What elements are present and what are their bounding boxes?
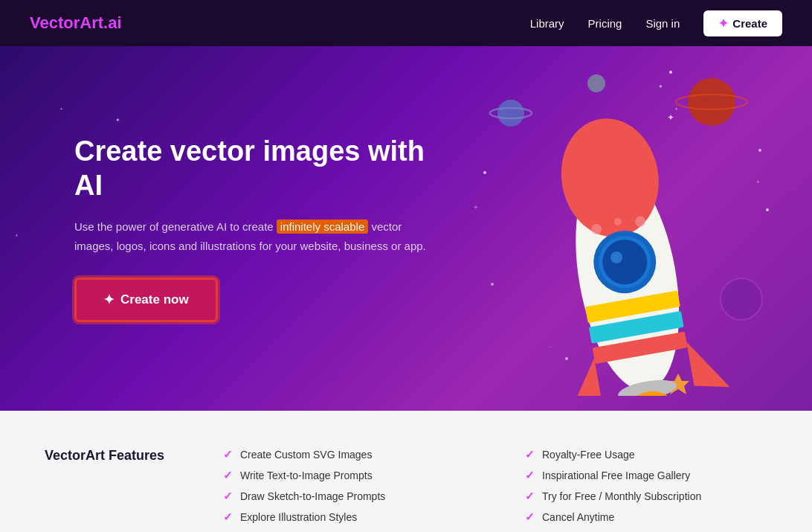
nav-signin[interactable]: Sign in [645, 17, 680, 30]
feature-item: ✓ Cancel Anytime [525, 510, 767, 524]
logo[interactable]: VectorArt.ai [30, 13, 122, 33]
check-icon: ✓ [525, 469, 535, 482]
rocket-illustration: ✦ + + [448, 61, 775, 396]
logo-text: VectorArt [30, 13, 103, 32]
feature-item: ✓ Explore Illustration Styles [223, 510, 465, 524]
nav-library[interactable]: Library [530, 17, 564, 30]
svg-marker-27 [560, 358, 603, 396]
hero-desc-before: Use the power of generative AI to create [74, 220, 277, 233]
svg-point-12 [565, 357, 568, 360]
check-icon: ✓ [223, 469, 233, 482]
sparkle-icon: ✦ [103, 292, 115, 308]
feature-item: ✓ Try for Free / Monthly Subscription [525, 490, 767, 503]
hero-content: Create vector images with AI Use the pow… [74, 135, 431, 322]
check-icon: ✓ [223, 448, 233, 461]
header: VectorArt.ai Library Pricing Sign in ✦ C… [0, 0, 812, 46]
feature-label: Write Text-to-Image Prompts [240, 469, 373, 481]
feature-item: ✓ Create Custom SVG Images [223, 448, 465, 461]
create-now-label: Create now [120, 292, 189, 307]
feature-item: ✓ Inspirational Free Image Gallery [525, 469, 767, 482]
svg-text:+: + [756, 179, 760, 185]
svg-point-0 [497, 100, 524, 126]
feature-label: Explore Illustration Styles [240, 511, 357, 523]
hero-title: Create vector images with AI [74, 135, 431, 202]
svg-text:+: + [474, 203, 478, 211]
svg-marker-28 [686, 336, 729, 393]
hero-description: Use the power of generative AI to create… [74, 217, 431, 255]
svg-point-3 [688, 78, 735, 126]
svg-point-11 [491, 283, 494, 286]
feature-label: Royalty-Free Usage [542, 449, 635, 461]
features-title: VectorArt Features [45, 448, 193, 524]
star-decoration: ✦ [115, 117, 120, 124]
star-decoration: + [59, 106, 63, 112]
check-icon: ✓ [525, 510, 535, 524]
svg-point-7 [483, 171, 486, 174]
feature-label: Inspirational Free Image Gallery [542, 469, 690, 481]
svg-text:✦: ✦ [667, 112, 674, 123]
feature-label: Cancel Anytime [542, 511, 614, 523]
check-icon: ✓ [525, 490, 535, 503]
features-grid: ✓ Create Custom SVG Images ✓ Royalty-Fre… [223, 448, 767, 524]
create-now-button[interactable]: ✦ Create now [74, 278, 218, 322]
nav: Library Pricing Sign in ✦ Create [530, 10, 782, 36]
svg-point-2 [587, 74, 605, 92]
feature-item: ✓ Royalty-Free Usage [525, 448, 767, 461]
star-decoration: + [15, 232, 19, 239]
sparkle-icon: ✦ [718, 16, 728, 31]
hero-section: + ✦ + ✦ + · Create vector images with AI… [0, 46, 812, 411]
svg-point-9 [758, 149, 761, 152]
check-icon: ✓ [525, 448, 535, 461]
feature-label: Draw Sketch-to-Image Prompts [240, 490, 385, 502]
svg-point-8 [669, 71, 672, 74]
feature-label: Create Custom SVG Images [240, 449, 372, 461]
nav-pricing[interactable]: Pricing [588, 17, 622, 30]
create-button[interactable]: ✦ Create [703, 10, 782, 36]
svg-point-10 [766, 208, 769, 211]
feature-item: ✓ Draw Sketch-to-Image Prompts [223, 490, 465, 503]
check-icon: ✓ [223, 490, 233, 503]
hero-desc-highlight: infinitely scalable [277, 219, 368, 234]
create-button-label: Create [732, 17, 767, 30]
check-icon: ✓ [223, 510, 233, 524]
features-section: VectorArt Features ✓ Create Custom SVG I… [0, 411, 812, 532]
logo-accent: .ai [103, 13, 121, 32]
feature-item: ✓ Write Text-to-Image Prompts [223, 469, 465, 482]
feature-label: Try for Free / Monthly Subscription [542, 490, 701, 502]
